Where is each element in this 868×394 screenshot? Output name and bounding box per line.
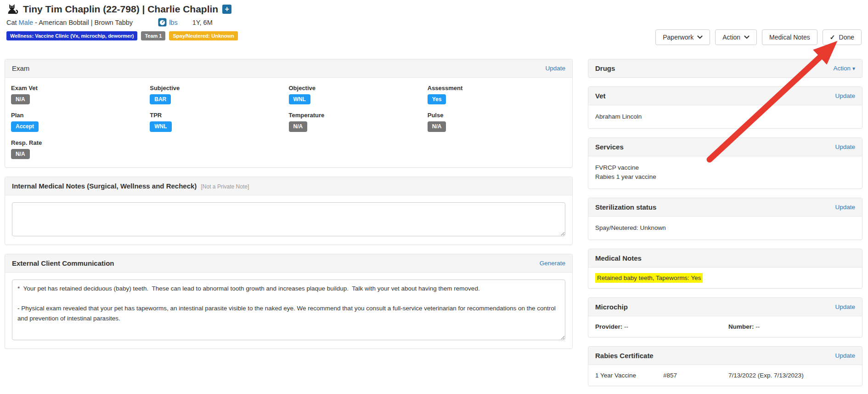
status-chip: BAR bbox=[150, 94, 171, 104]
status-chip: WNL bbox=[150, 121, 171, 131]
field-label: Subjective bbox=[150, 85, 288, 91]
drugs-action-dropdown[interactable]: Action▾ bbox=[833, 65, 855, 72]
scale-icon bbox=[158, 18, 167, 27]
check-icon: ✓ bbox=[830, 34, 835, 41]
sex-link[interactable]: Male bbox=[19, 19, 33, 26]
vet-name: Abraham Lincoln bbox=[595, 112, 855, 121]
microchip-number-label: Number: bbox=[728, 323, 754, 330]
page-title: Tiny Tim Chaplin (22-798) | Charlie Chap… bbox=[23, 4, 218, 15]
species-label: Cat bbox=[6, 19, 17, 26]
external-communication-title: External Client Communication bbox=[12, 259, 114, 267]
external-communication-textarea[interactable]: * Your pet has retained deciduous (baby)… bbox=[12, 280, 565, 340]
vet-title: Vet bbox=[595, 92, 606, 100]
exam-field-objective: Objective WNL bbox=[289, 85, 428, 104]
status-chip: Accept bbox=[11, 121, 39, 131]
exam-fields: Exam Vet N/A Subjective BAR Objective WN… bbox=[5, 78, 572, 167]
microchip-title: Microchip bbox=[595, 303, 628, 311]
drugs-title: Drugs bbox=[595, 64, 615, 72]
services-panel: Services Update FVRCP vaccine Rabies 1 y… bbox=[588, 137, 862, 189]
field-label: Resp. Rate bbox=[11, 139, 150, 146]
field-label: Temperature bbox=[289, 112, 428, 119]
field-label: TPR bbox=[150, 112, 288, 119]
done-button[interactable]: ✓ Done bbox=[823, 29, 862, 45]
vet-panel: Vet Update Abraham Lincoln bbox=[588, 86, 862, 129]
cat-icon bbox=[6, 3, 19, 15]
chevron-down-icon bbox=[697, 35, 703, 39]
status-chip: N/A bbox=[11, 149, 30, 159]
sterilization-status: Spay/Neutered: Unknown bbox=[595, 223, 855, 233]
privacy-tag: [Not a Private Note] bbox=[201, 183, 249, 190]
microchip-number-value: -- bbox=[755, 323, 760, 330]
rabies-update-link[interactable]: Update bbox=[835, 352, 855, 359]
rabies-row: 1 Year Vaccine #857 7/13/2022 (Exp. 7/13… bbox=[595, 372, 855, 379]
services-title: Services bbox=[595, 143, 624, 151]
patient-record-page: Tiny Tim Chaplin (22-798) | Charlie Chap… bbox=[0, 0, 868, 394]
paperwork-label: Paperwork bbox=[663, 34, 693, 41]
field-label: Pulse bbox=[428, 112, 566, 119]
field-label: Objective bbox=[289, 85, 428, 91]
medical-notes-panel: Medical Notes Retained baby teeth, Tapew… bbox=[588, 249, 862, 289]
exam-field-assessment: Assessment Yes bbox=[428, 85, 566, 104]
field-label: Exam Vet bbox=[11, 85, 150, 91]
action-label: Action bbox=[722, 34, 740, 41]
team-badge: Team 1 bbox=[141, 31, 165, 40]
internal-notes-panel: Internal Medical Notes (Surgical, Wellne… bbox=[5, 177, 573, 245]
exam-panel-title: Exam bbox=[12, 64, 29, 72]
sterilization-panel: Sterilization status Update Spay/Neutere… bbox=[588, 198, 862, 240]
paperwork-button[interactable]: Paperwork bbox=[655, 29, 710, 45]
done-label: Done bbox=[839, 34, 854, 41]
status-badges: Wellness: Vaccine Clinic (Vx, microchip,… bbox=[6, 31, 238, 40]
plus-square-icon[interactable]: + bbox=[222, 5, 231, 14]
rabies-certificate-number: #857 bbox=[663, 372, 728, 379]
microchip-provider-value: -- bbox=[624, 323, 628, 330]
medical-notes-title: Medical Notes bbox=[595, 254, 642, 262]
status-chip: Yes bbox=[428, 94, 446, 104]
exam-field-subjective: Subjective BAR bbox=[150, 85, 288, 104]
drugs-panel: Drugs Action▾ bbox=[588, 59, 862, 78]
toolbar: Paperwork Action Medical Notes ✓ Done bbox=[655, 29, 862, 45]
exam-panel: Exam Update Exam Vet N/A Subjective BAR … bbox=[5, 59, 573, 168]
internal-notes-textarea[interactable] bbox=[12, 202, 565, 236]
status-chip: N/A bbox=[289, 121, 308, 131]
breed-label: - American Bobtail | Brown Tabby bbox=[35, 19, 133, 26]
age-label: 1Y, 6M bbox=[192, 19, 213, 26]
chevron-down-icon bbox=[744, 35, 750, 39]
status-chip: N/A bbox=[428, 121, 446, 131]
pet-header: Tiny Tim Chaplin (22-798) | Charlie Chap… bbox=[6, 3, 238, 40]
exam-field-plan: Plan Accept bbox=[11, 112, 150, 131]
status-chip: N/A bbox=[11, 94, 30, 104]
sterilization-update-link[interactable]: Update bbox=[835, 204, 855, 211]
field-label: Plan bbox=[11, 112, 150, 119]
wellness-badge: Wellness: Vaccine Clinic (Vx, microchip,… bbox=[6, 31, 137, 40]
services-update-link[interactable]: Update bbox=[835, 143, 855, 150]
service-item: FVRCP vaccine bbox=[595, 163, 855, 172]
exam-field-pulse: Pulse N/A bbox=[428, 112, 566, 131]
medical-notes-label: Medical Notes bbox=[769, 34, 810, 41]
status-chip: WNL bbox=[289, 94, 310, 104]
microchip-panel: Microchip Update Provider: -- Number: -- bbox=[588, 297, 862, 337]
main-column: Exam Update Exam Vet N/A Subjective BAR … bbox=[5, 59, 573, 358]
service-item: Rabies 1 year vaccine bbox=[595, 172, 855, 182]
spay-neutered-badge: Spay/Neutered: Unknown bbox=[169, 31, 237, 40]
sidebar: Drugs Action▾ Vet Update Abraham Lincoln… bbox=[588, 59, 862, 394]
exam-field-exam-vet: Exam Vet N/A bbox=[11, 85, 150, 104]
field-label: Assessment bbox=[428, 85, 566, 91]
generate-link[interactable]: Generate bbox=[540, 260, 565, 267]
weight-link[interactable]: lbs bbox=[169, 19, 178, 26]
rabies-date: 7/13/2022 (Exp. 7/13/2023) bbox=[728, 372, 804, 379]
exam-field-tpr: TPR WNL bbox=[150, 112, 288, 131]
sterilization-title: Sterilization status bbox=[595, 203, 656, 211]
vet-update-link[interactable]: Update bbox=[835, 92, 855, 99]
exam-update-link[interactable]: Update bbox=[545, 65, 565, 72]
internal-notes-title: Internal Medical Notes (Surgical, Wellne… bbox=[12, 182, 197, 190]
drugs-action-label: Action bbox=[833, 65, 851, 72]
medical-notes-button[interactable]: Medical Notes bbox=[762, 29, 817, 45]
exam-field-resp-rate: Resp. Rate N/A bbox=[11, 139, 150, 159]
caret-down-icon: ▾ bbox=[852, 65, 855, 72]
rabies-certificate-panel: Rabies Certificate Update 1 Year Vaccine… bbox=[588, 346, 862, 386]
rabies-vaccine-type: 1 Year Vaccine bbox=[595, 372, 663, 379]
highlighted-medical-note: Retained baby teeth, Tapeworms: Yes bbox=[595, 273, 703, 283]
external-communication-panel: External Client Communication Generate *… bbox=[5, 254, 573, 349]
microchip-update-link[interactable]: Update bbox=[835, 303, 855, 310]
action-button[interactable]: Action bbox=[715, 29, 757, 45]
